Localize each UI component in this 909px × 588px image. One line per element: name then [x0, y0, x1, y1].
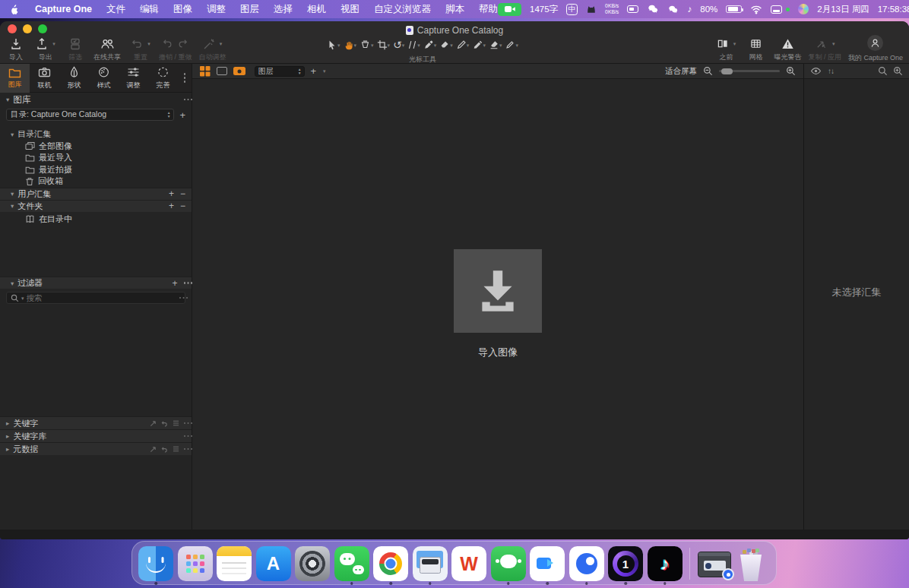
fit-screen-label[interactable]: 适合屏幕 [665, 66, 697, 77]
reset-local-icon[interactable] [161, 446, 168, 453]
chevron-down-icon[interactable]: ▾ [21, 296, 24, 301]
menu-help[interactable]: 帮助 [479, 3, 498, 16]
import-button[interactable]: 导入 [5, 37, 27, 62]
undo-redo-buttons[interactable]: 撤销 / 重做 [159, 37, 192, 62]
dock-chrome[interactable] [373, 546, 408, 581]
export-button[interactable]: ▾ 导出 [34, 37, 57, 62]
video-camera-status-icon[interactable] [498, 3, 521, 16]
thumbnail-grid-view-icon[interactable] [200, 66, 204, 71]
zoom-slider-thumb[interactable] [721, 68, 733, 74]
heal-tool-icon[interactable]: ▾ [439, 40, 453, 50]
pick-white-balance-icon[interactable]: ▾ [423, 40, 437, 50]
dock-wecom[interactable] [491, 546, 526, 581]
menu-edit[interactable]: 编辑 [140, 3, 159, 16]
more-options-icon[interactable] [184, 435, 186, 438]
sort-icon[interactable]: ↑↓ [828, 67, 834, 75]
menu-layers[interactable]: 图层 [240, 3, 259, 16]
menu-script[interactable]: 脚本 [445, 3, 464, 16]
menu-select[interactable]: 选择 [274, 3, 293, 16]
add-catalog-button[interactable]: + [179, 110, 185, 120]
tree-item-all-images[interactable]: 全部图像 [0, 141, 192, 153]
add-collection-button[interactable]: + [169, 189, 174, 198]
add-layer-button[interactable]: + [311, 66, 317, 76]
network-speed-status[interactable]: 0KB/s0KB/s [605, 3, 619, 15]
disclosure-open-icon[interactable]: ▾ [6, 96, 9, 103]
section-keyword-library[interactable]: ▸ 关键字库 [0, 429, 192, 442]
zoom-slider[interactable] [719, 70, 780, 72]
wechat-status-icon[interactable] [647, 4, 659, 14]
dock-finder[interactable] [138, 546, 173, 581]
dock-system-settings[interactable] [295, 546, 330, 581]
menu-camera[interactable]: 相机 [307, 3, 326, 16]
more-options-icon[interactable] [184, 422, 186, 425]
zoom-in-icon[interactable] [786, 66, 796, 76]
more-options-icon[interactable] [184, 282, 186, 284]
more-options-icon[interactable] [179, 297, 182, 299]
wifi-icon[interactable] [750, 5, 762, 14]
draw-mask-icon[interactable]: ▾ [472, 40, 486, 50]
section-folders[interactable]: ▾ 文件夹 + − [0, 200, 192, 212]
catalog-selector[interactable]: 目录: Capture One Catalog ▴▾ [6, 109, 174, 121]
reset-local-icon[interactable] [161, 420, 168, 427]
pan-tool-icon[interactable]: ▾ [344, 40, 357, 51]
search-input[interactable] [27, 293, 177, 302]
viewer-eye-view-icon[interactable] [233, 67, 245, 75]
dock-notes[interactable] [217, 546, 252, 581]
tab-library[interactable]: 图库 [0, 64, 30, 93]
import-images-dropzone[interactable] [454, 249, 542, 333]
auto-adjust-button[interactable]: ▾ 自动调整 [199, 37, 226, 62]
disclosure-open-icon[interactable]: ▾ [11, 190, 14, 198]
menu-bar-time[interactable]: 17:58:38 [878, 5, 909, 14]
tab-shapes[interactable]: 形状 [59, 64, 89, 93]
preset-menu-icon[interactable] [173, 446, 179, 452]
search-icon[interactable] [878, 66, 888, 76]
wecom-status-icon[interactable] [667, 5, 679, 14]
menu-image[interactable]: 图像 [173, 3, 192, 16]
dock-print-tool[interactable] [413, 546, 448, 581]
preset-menu-icon[interactable] [173, 420, 179, 426]
section-keywords[interactable]: ▸ 关键字 [0, 416, 192, 429]
eye-icon[interactable] [810, 67, 822, 75]
section-user-collections[interactable]: ▾ 用户汇集 + − [0, 188, 192, 200]
grid-button[interactable]: 网格 [744, 37, 767, 62]
more-options-icon[interactable] [184, 448, 186, 450]
disclosure-closed-icon[interactable]: ▸ [6, 445, 9, 453]
tree-group-catalog-collections[interactable]: ▾ 目录汇集 [0, 128, 192, 141]
menu-custom-browser[interactable]: 自定义浏览器 [374, 3, 431, 16]
library-header[interactable]: ▾ 图库 [0, 93, 192, 106]
filter-search-field[interactable]: ▾ [6, 292, 185, 304]
tree-item-recent-captures[interactable]: 最近拍摄 [0, 164, 192, 176]
zoom-out-icon[interactable] [703, 66, 713, 76]
menu-view[interactable]: 视图 [340, 3, 359, 16]
tree-item-recent-imports[interactable]: 最近导入 [0, 152, 192, 164]
remove-folder-button[interactable]: − [180, 201, 185, 210]
battery-percent-status[interactable]: 80% [700, 5, 717, 14]
filter-selects-button[interactable]: 筛选 [64, 37, 87, 62]
add-folder-button[interactable]: + [169, 201, 174, 210]
dock-app-store[interactable]: A [256, 546, 291, 581]
clash-cat-icon[interactable] [586, 4, 597, 14]
annotate-tool-icon[interactable]: ▾ [505, 40, 518, 50]
disclosure-closed-icon[interactable]: ▸ [6, 419, 9, 427]
menu-bar-date[interactable]: 2月13日 周四 [817, 4, 869, 15]
online-share-button[interactable]: 在线共享 [93, 37, 121, 62]
tree-item-in-catalog[interactable]: 在目录中 [0, 213, 192, 226]
close-window-button[interactable] [8, 24, 17, 33]
disclosure-open-icon[interactable]: ▾ [11, 131, 14, 138]
section-metadata[interactable]: ▸ 元数据 [0, 442, 192, 455]
more-options-icon[interactable] [184, 99, 186, 101]
disclosure-open-icon[interactable]: ▾ [11, 202, 14, 210]
dock-launchpad[interactable] [178, 546, 213, 581]
menu-adjust[interactable]: 调整 [207, 3, 226, 16]
tab-refine[interactable]: 完善 [148, 64, 178, 93]
battery-widget-icon[interactable] [627, 5, 638, 13]
dock-wps-office[interactable]: W [451, 546, 486, 581]
dock-minimized-window[interactable] [698, 546, 734, 581]
before-after-button[interactable]: ▾ 之前 [714, 37, 737, 62]
dock-tencent-meeting[interactable] [530, 546, 565, 581]
dock-capture-one[interactable]: 1 [608, 546, 643, 581]
loupe-tool-icon[interactable]: ▾ [359, 40, 374, 50]
dock-quark[interactable] [569, 546, 604, 581]
tree-item-trash[interactable]: 回收箱 [0, 175, 192, 188]
viewer-only-view-icon[interactable] [217, 67, 227, 75]
